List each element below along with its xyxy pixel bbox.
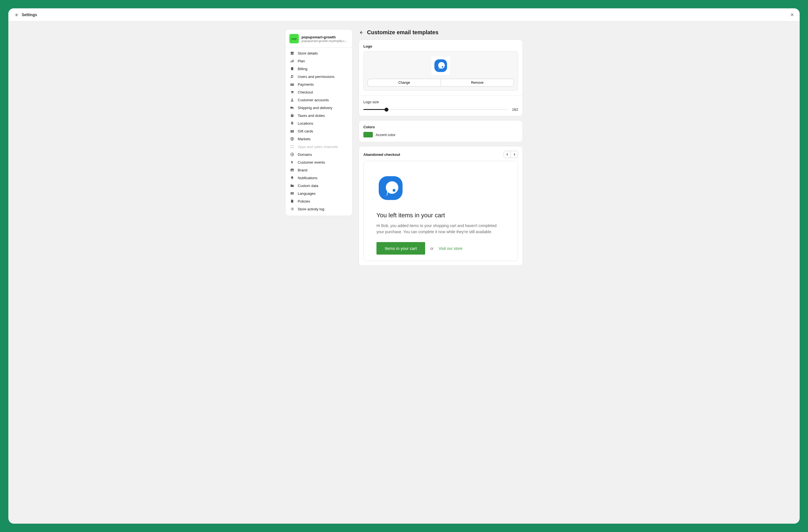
svg-point-7 [291,108,292,109]
logo-size-slider[interactable] [363,109,508,110]
nav-shipping[interactable]: Shipping and delivery [286,104,352,112]
logo-size-value: 162 [512,107,518,112]
cursor-icon [290,160,294,164]
nav-languages[interactable]: Aあ Languages [286,189,352,197]
nav-activity-log[interactable]: Store activity log [286,205,352,213]
users-icon [290,74,294,79]
nav-domains[interactable]: Domains [286,150,352,158]
language-icon: Aあ [290,191,294,196]
nav-markets[interactable]: Markets [286,135,352,143]
nav-label: Store activity log [298,207,324,211]
email-body: Hi Bob, you added items to your shopping… [377,223,505,235]
nav-customer-accounts[interactable]: Customer accounts [286,96,352,104]
globe-icon [290,136,294,141]
svg-point-24 [442,66,443,68]
email-preview: You left items in your cart Hi Bob, you … [363,161,518,261]
nav-plan[interactable]: Plan [286,57,352,65]
bell-icon [290,176,294,180]
nav-store-details[interactable]: Store details [286,49,352,57]
svg-rect-14 [293,145,294,146]
pin-icon [290,121,294,126]
cart-icon [290,90,294,94]
svg-text:Aあ: Aあ [291,192,294,195]
store-header[interactable]: pop popupsmart-growth popupsmart-growth.… [286,32,352,48]
page-header: Customize email templates [359,29,523,36]
nav-label: Apps and sales channels [298,145,338,149]
email-title: You left items in your cart [377,212,505,219]
logo-card: Logo [359,39,523,116]
nav-policies[interactable]: Policies [286,197,352,205]
preview-prev-button[interactable] [503,151,511,158]
nav-locations[interactable]: Locations [286,120,352,127]
body: pop popupsmart-growth popupsmart-growth.… [8,21,800,524]
remove-logo-button[interactable]: Remove [441,79,514,87]
preview-next-button[interactable] [511,151,518,158]
svg-rect-18 [291,169,294,171]
svg-rect-13 [291,145,292,146]
email-or-label: or [430,246,434,251]
page-title: Customize email templates [367,29,439,36]
list-icon [290,207,294,211]
svg-point-5 [293,93,293,94]
email-cta-button[interactable]: Items in your cart [377,242,425,255]
preview-section-label: Abandoned checkout [363,152,400,157]
nav-users[interactable]: Users and permissions [286,73,352,80]
titlebar: Settings [8,8,800,21]
nav-label: Payments [298,82,314,87]
nav-checkout[interactable]: Checkout [286,88,352,96]
nav-label: Brand [298,168,308,172]
nav-payments[interactable]: Payments [286,80,352,88]
apps-icon [290,144,294,149]
payments-icon [290,82,294,87]
svg-rect-11 [292,130,292,133]
nav-label: Checkout [298,90,313,94]
svg-rect-3 [291,84,294,84]
email-logo [377,174,505,202]
nav-customer-events[interactable]: Customer events [286,158,352,166]
nav-apps: Apps and sales channels [286,143,352,150]
nav-label: Policies [298,199,310,203]
nav-label: Billing [298,67,308,71]
store-icon [290,51,294,55]
nav-label: Users and permissions [298,75,334,79]
nav-billing[interactable]: Billing [286,65,352,73]
email-visit-link[interactable]: Visit our store [439,246,462,251]
logo-upload-box: Change Remove [363,51,518,91]
nav-taxes[interactable]: Taxes and duties [286,112,352,120]
store-badge: pop [289,34,299,43]
nav-label: Languages [298,191,315,196]
svg-rect-16 [293,147,294,148]
nav-label: Plan [298,59,305,63]
logo-preview [368,55,514,79]
truck-icon [290,106,294,110]
accent-color-swatch[interactable] [363,132,373,137]
svg-rect-2 [291,84,294,86]
nav-label: Customer events [298,160,325,164]
settings-icon [14,12,19,17]
nav-custom-data[interactable]: Custom data [286,182,352,189]
svg-rect-15 [291,147,292,148]
receipt-icon [290,67,294,71]
nav-notifications[interactable]: Notifications [286,174,352,182]
nav-label: Locations [298,121,313,126]
gift-icon [290,129,294,133]
back-button[interactable] [359,30,364,35]
preview-card: Abandoned checkout [359,146,523,266]
main-content: Customize email templates Logo [359,29,523,524]
person-icon [290,98,294,102]
svg-point-4 [291,93,292,94]
nav-brand[interactable]: Brand [286,166,352,174]
brand-logo-icon [377,174,405,202]
nav-label: Custom data [298,184,318,188]
svg-point-8 [293,108,293,109]
chart-icon [290,59,294,63]
nav-gift-cards[interactable]: Gift cards [286,127,352,135]
change-logo-button[interactable]: Change [368,79,441,87]
file-icon [290,199,294,203]
svg-point-19 [291,169,292,170]
titlebar-title: Settings [22,13,37,17]
nav-label: Store details [298,51,318,55]
logo-size-label: Logo size [363,100,518,104]
close-button[interactable] [790,12,795,17]
svg-point-0 [16,14,17,15]
